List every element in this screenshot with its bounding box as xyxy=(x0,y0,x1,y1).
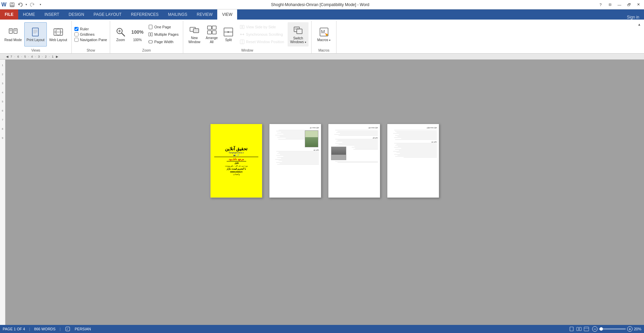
page-width-button[interactable]: Page Width xyxy=(147,38,180,45)
svg-rect-38 xyxy=(207,31,212,34)
close-button[interactable]: ✕ xyxy=(634,1,643,8)
zoom-controls: − + 20% xyxy=(592,326,641,332)
tab-file[interactable]: FILE xyxy=(0,9,18,20)
status-right: − + 20% xyxy=(569,326,641,332)
svg-rect-63 xyxy=(579,327,581,331)
spell-check-icon[interactable]: ✓ xyxy=(65,326,71,332)
status-bar: PAGE 1 OF 4 | 866 WORDS | ✓ PERSIAN − + … xyxy=(0,325,644,333)
view-side-by-side-button[interactable]: View Side by Side xyxy=(238,24,286,30)
ruler-checkbox[interactable]: Ruler xyxy=(74,27,89,31)
web-layout-label: Web Layout xyxy=(49,38,67,42)
zoom-out-button[interactable]: − xyxy=(592,326,598,332)
title-bar: W ▾ ▾ Shoghl-Mohandesi-Omran [Compatibil… xyxy=(0,0,644,9)
print-layout-button[interactable]: Print Layout xyxy=(24,22,47,47)
undo-button[interactable] xyxy=(17,1,24,8)
split-button[interactable]: Split xyxy=(221,22,236,47)
zoom-track[interactable] xyxy=(599,328,626,330)
full-reading-view-icon[interactable] xyxy=(576,326,582,332)
customize-qat[interactable]: ▾ xyxy=(37,1,44,8)
vertical-ruler: 1 2 3 4 5 6 7 8 9 xyxy=(0,60,5,325)
zoom-button[interactable]: Zoom xyxy=(113,22,128,47)
macros-group-label: Macros xyxy=(314,48,334,53)
tab-design[interactable]: DESIGN xyxy=(64,9,89,20)
tab-review[interactable]: REVIEW xyxy=(192,9,217,20)
help-button[interactable]: ? xyxy=(596,1,605,8)
svg-rect-31 xyxy=(149,40,152,43)
pages-container: تحقیق آنلاین Tahghighonline.ir 📷 🔗 مرجع … xyxy=(210,124,439,198)
svg-rect-64 xyxy=(584,327,589,331)
zoom-percent[interactable]: 20% xyxy=(634,327,641,331)
switch-windows-button[interactable]: SwitchWindows ▾ xyxy=(288,22,308,47)
svg-rect-36 xyxy=(207,26,212,29)
arrange-all-button[interactable]: ArrangeAll xyxy=(203,22,220,47)
horizontal-ruler: ◀ 7 · 6 · 5 · 4 · 3 · 2 · 1 ▶ xyxy=(0,54,644,60)
views-group-label: Views xyxy=(2,48,69,53)
web-layout-view-icon[interactable] xyxy=(583,326,589,332)
quick-access-toolbar: W ▾ ▾ xyxy=(0,1,45,8)
ribbon: Read Mode Print Layout xyxy=(0,20,644,54)
tab-page-layout[interactable]: PAGE LAYOUT xyxy=(89,9,126,20)
word-icon: W xyxy=(1,2,6,8)
navigation-pane-checkbox[interactable]: Navigation Pane xyxy=(74,37,108,42)
web-layout-button[interactable]: Web Layout xyxy=(47,22,69,47)
ruler-check-input[interactable] xyxy=(74,27,78,31)
zoom-label: Zoom xyxy=(116,38,125,42)
one-page-button[interactable]: One Page xyxy=(147,24,180,30)
tab-references[interactable]: REFERENCES xyxy=(126,9,163,20)
new-window-button[interactable]: NewWindow xyxy=(186,22,203,47)
page1-title: تحقیق آنلاین xyxy=(225,146,248,151)
view-mode-icons xyxy=(569,326,589,332)
restore-button[interactable]: 🗗 xyxy=(624,1,633,8)
tab-view[interactable]: VIEW xyxy=(217,9,237,20)
svg-rect-28 xyxy=(149,25,152,29)
svg-line-25 xyxy=(122,33,125,36)
read-mode-button[interactable]: Read Mode xyxy=(2,22,24,47)
page-info: PAGE 1 OF 4 xyxy=(3,327,25,331)
page-3-content: عنوان صفحه سوم بخش اول xyxy=(328,124,380,198)
reset-window-position-button[interactable]: Reset Window Position xyxy=(238,38,286,45)
document-page-2: عنوان صفحه دوم xyxy=(269,124,321,198)
svg-rect-62 xyxy=(577,327,579,331)
document-page-1: تحقیق آنلاین Tahghighonline.ir 📷 🔗 مرجع … xyxy=(210,124,262,198)
page-1-content: تحقیق آنلاین Tahghighonline.ir 📷 🔗 مرجع … xyxy=(211,124,262,198)
svg-rect-3 xyxy=(11,5,13,6)
zoom-thumb[interactable] xyxy=(600,327,603,331)
gridlines-check-input[interactable] xyxy=(74,32,78,36)
svg-rect-1 xyxy=(11,3,13,4)
zoom-in-button[interactable]: + xyxy=(627,326,633,332)
language: PERSIAN xyxy=(75,327,91,331)
zoom-100-button[interactable]: 100% 100% xyxy=(130,22,145,47)
save-button[interactable] xyxy=(8,1,16,8)
tab-mailings[interactable]: MAILINGS xyxy=(163,9,192,20)
ribbon-display-button[interactable]: ⊟ xyxy=(606,1,614,8)
page-2-content: عنوان صفحه دوم xyxy=(269,124,321,198)
svg-rect-52 xyxy=(297,29,302,34)
synchronous-scrolling-button[interactable]: Synchronous Scrolling xyxy=(238,31,286,38)
svg-marker-47 xyxy=(243,33,244,35)
undo-dropdown[interactable]: ▾ xyxy=(25,1,28,8)
ribbon-group-zoom: Zoom 100% 100% One Page Multiple Pages xyxy=(110,21,183,53)
arrange-all-label: ArrangeAll xyxy=(206,36,218,44)
svg-point-58 xyxy=(326,34,328,36)
print-layout-view-icon[interactable] xyxy=(569,326,575,332)
svg-rect-30 xyxy=(151,33,153,36)
sign-in-link[interactable]: Sign in xyxy=(622,15,644,20)
ribbon-group-show: Ruler Gridlines Navigation Pane Show xyxy=(72,21,110,53)
collapse-ribbon-button[interactable]: ▲ xyxy=(636,21,643,28)
svg-rect-35 xyxy=(193,29,199,33)
svg-rect-37 xyxy=(212,26,216,29)
minimize-button[interactable]: — xyxy=(615,1,624,8)
svg-text:M: M xyxy=(321,29,325,34)
new-window-label: NewWindow xyxy=(188,36,200,44)
word-count: 866 WORDS xyxy=(34,327,56,331)
multiple-pages-button[interactable]: Multiple Pages xyxy=(147,31,180,38)
tab-insert[interactable]: INSERT xyxy=(40,9,64,20)
document-canvas: تحقیق آنلاین Tahghighonline.ir 📷 🔗 مرجع … xyxy=(5,60,644,325)
tab-home[interactable]: HOME xyxy=(18,9,40,20)
gridlines-checkbox[interactable]: Gridlines xyxy=(74,32,95,37)
read-mode-label: Read Mode xyxy=(4,38,22,42)
macros-button[interactable]: M Macros ▾ xyxy=(315,22,333,47)
svg-rect-39 xyxy=(212,31,216,34)
navigation-check-input[interactable] xyxy=(74,38,78,42)
redo-button[interactable] xyxy=(29,1,36,8)
